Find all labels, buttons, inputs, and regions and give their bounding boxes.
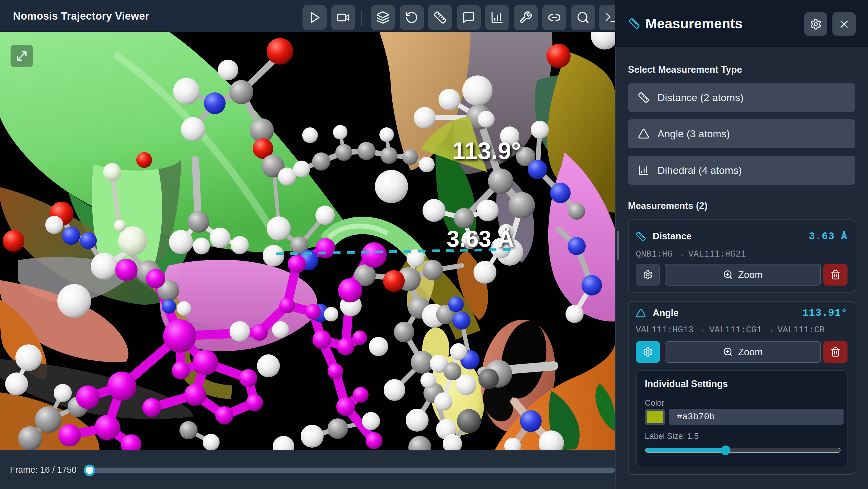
svg-text:113.9°: 113.9° (452, 137, 521, 164)
svg-text:3.63 Å: 3.63 Å (447, 226, 514, 252)
